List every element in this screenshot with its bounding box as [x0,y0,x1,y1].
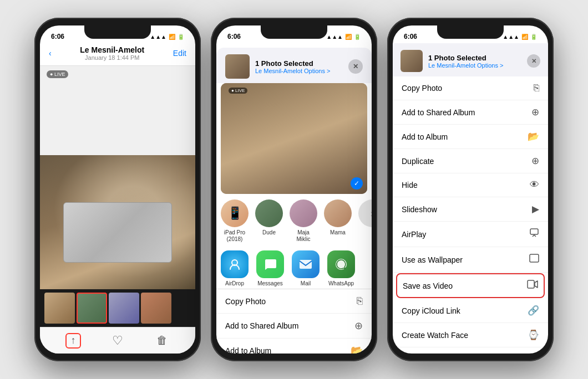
label-duplicate: Duplicate [402,157,434,166]
action-list-2: Copy Photo ⎘ Add to Shared Album ⊕ Add t… [216,289,372,354]
person-name-ipad: iPad Pro(2018) [224,229,245,243]
person-dude[interactable]: Dude [255,199,283,243]
menu-sub: Le Mesnil-Amelot Options > [428,62,521,69]
person-mama[interactable]: Mama [324,199,352,243]
action-copy-photo[interactable]: Copy Photo ⎘ [216,289,372,314]
mama-avatar-bg [324,199,352,227]
phone-2-screen: 6:06 ▲▲▲ 📶 🔋 1 Photo Selected Le Mesnil-… [216,25,372,354]
signal-icon-3: ▲▲▲ [503,34,519,40]
avatar-dude [255,199,283,227]
nav-bar-1: ‹ Le Mesnil-Amelot January 18 1:44 PM Ed… [40,43,195,66]
app-mail[interactable]: Mail [292,250,320,286]
battery-icon-2: 🔋 [354,34,361,40]
menu-options[interactable]: Options > [477,62,503,69]
app-whatsapp[interactable]: WhatsApp [327,250,355,286]
notch-1 [84,25,151,39]
photo-placeholder-1 [40,66,195,155]
apps-row: AirDrop Messages Mail [216,248,372,289]
icon-duplicate: ⊕ [531,155,539,167]
photo-main-1 [40,155,195,289]
trash-icon-1: 🗑 [156,334,168,347]
signal-icon-1: ▲▲▲ [150,34,166,40]
dude-avatar-bg [255,199,283,227]
thumb-2[interactable] [77,293,107,324]
share-icon-1: ↑ [71,335,76,346]
battery-icon-1: 🔋 [178,34,184,40]
share-count: 1 Photo Selected [255,59,343,68]
person-ipad[interactable]: 📱 iPad Pro(2018) [221,199,249,243]
thumb-1[interactable] [44,293,75,324]
icon-copy-photo: ⎘ [534,83,539,94]
phone-1: 6:06 ▲▲▲ 📶 🔋 ‹ Le Mesnil-Amelot January … [34,18,201,361]
label-airplay: AirPlay [402,230,426,239]
action-shared-album[interactable]: Add to Shared Album ⊕ [216,314,372,339]
person-name-dude: Dude [262,229,276,236]
edit-button-1[interactable]: Edit [173,49,186,58]
photo-bg-2 [221,83,367,194]
nav-title-1: Le Mesnil-Amelot [80,45,144,54]
trash-button-1[interactable]: 🗑 [154,333,170,349]
app-messages[interactable]: Messages [256,250,284,286]
menu-location: Le Mesnil-Amelot [428,62,477,69]
person-name-maja: MajaMiklic [297,229,311,243]
time-1: 6:06 [51,33,64,40]
app-name-airdrop: AirDrop [225,280,244,286]
back-button-1[interactable]: ‹ [49,49,52,58]
share-photo-preview: ● LIVE ✓ [221,83,367,194]
share-location: Le Mesnil-Amelot Options > [255,68,343,74]
avatar-mama [324,199,352,227]
nav-subtitle-1: January 18 1:44 PM [80,54,144,61]
menu-header: 1 Photo Selected Le Mesnil-Amelot Option… [393,43,548,76]
menu-icloud-link[interactable]: Copy iCloud Link 🔗 [393,299,548,323]
action-add-album[interactable]: Add to Album 📂 [216,339,372,354]
wifi-icon-3: 📶 [521,34,528,40]
menu-save-video[interactable]: Save as Video [396,273,545,298]
airdrop-icon [221,250,249,278]
share-close-btn[interactable]: ✕ [348,59,363,74]
menu-thumb [401,50,423,72]
person-more[interactable]: › [358,199,372,243]
menu-info: 1 Photo Selected Le Mesnil-Amelot Option… [428,54,521,69]
menu-duplicate[interactable]: Duplicate ⊕ [393,149,548,173]
phone1-content: 6:06 ▲▲▲ 📶 🔋 ‹ Le Mesnil-Amelot January … [40,25,195,354]
menu-copy-photo[interactable]: Copy Photo ⎘ [393,76,548,100]
notch-3 [437,25,504,39]
menu-hide[interactable]: Hide 👁 [393,173,548,197]
thumbnail-strip-1 [40,289,195,327]
app-airdrop[interactable]: AirDrop [221,250,249,286]
heart-button-1[interactable]: ♡ [110,333,125,349]
label-copy-photo: Copy Photo [402,84,442,93]
share-button-1[interactable]: ↑ [65,333,81,349]
time-3: 6:06 [404,33,417,40]
menu-airplay[interactable]: AirPlay [393,222,548,247]
live-badge-1: ● LIVE [47,70,68,78]
action-copy-label: Copy Photo [225,297,266,306]
menu-shared-album[interactable]: Add to Shared Album ⊕ [393,100,548,125]
share-sheet: 6:06 ▲▲▲ 📶 🔋 1 Photo Selected Le Mesnil-… [216,25,372,354]
thumb-3[interactable] [109,293,139,324]
label-shared-album: Add to Shared Album [402,108,475,117]
time-2: 6:06 [227,33,241,40]
live-badge-2: ● LIVE [229,88,247,94]
battery-icon-3: 🔋 [530,34,537,40]
share-options[interactable]: Options > [304,68,330,74]
icon-slideshow: ▶ [532,203,539,215]
menu-close-btn[interactable]: ✕ [527,54,540,68]
icon-wallpaper [529,253,539,266]
menu-list: Copy Photo ⎘ Add to Shared Album ⊕ Add t… [393,76,548,354]
phone-1-screen: 6:06 ▲▲▲ 📶 🔋 ‹ Le Mesnil-Amelot January … [40,25,195,354]
label-slideshow: Slideshow [402,205,437,214]
action-menu: 6:06 ▲▲▲ 📶 🔋 1 Photo Selected Le Mesnil-… [393,25,548,354]
menu-add-album[interactable]: Add to Album 📂 [393,125,548,149]
app-name-messages: Messages [257,280,283,286]
icon-icloud-link: 🔗 [528,305,539,316]
menu-slideshow[interactable]: Slideshow ▶ [393,197,548,222]
maja-avatar-bg [290,199,317,227]
messages-icon [256,250,284,278]
menu-save-files[interactable]: Save to Files 📁 [393,347,548,354]
label-wallpaper: Use as Wallpaper [402,255,463,264]
menu-wallpaper[interactable]: Use as Wallpaper [393,247,548,273]
thumb-4[interactable] [141,293,171,324]
person-maja[interactable]: MajaMiklic [290,199,317,243]
menu-watch-face[interactable]: Create Watch Face ⌚ [393,323,548,347]
